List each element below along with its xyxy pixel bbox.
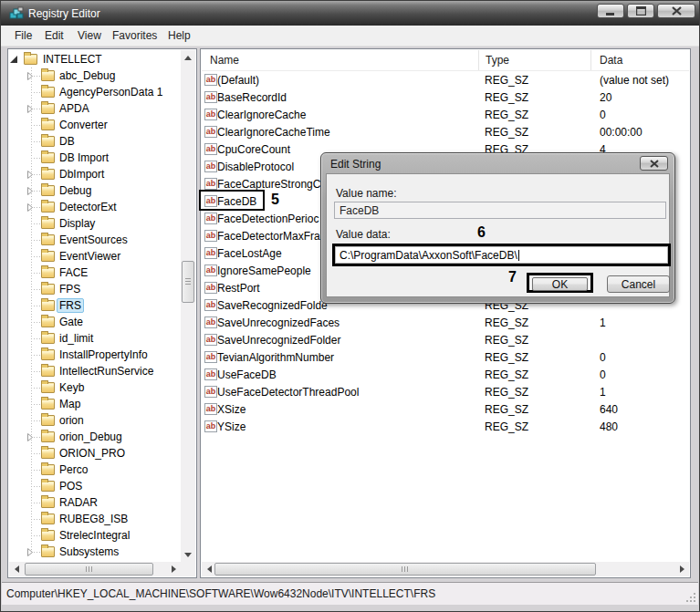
tree-item-db-import[interactable]: DB Import: [8, 150, 182, 166]
value-name-label: Value name:: [336, 187, 397, 200]
folder-icon: [41, 103, 55, 114]
tree-item-converter[interactable]: Converter: [8, 117, 182, 133]
menu-view[interactable]: View: [78, 29, 101, 42]
menu-file[interactable]: File: [15, 29, 32, 42]
tree-item-keyb[interactable]: Keyb: [8, 379, 182, 396]
value-row-saveunrecognizedfaces[interactable]: abSaveUnrecognizedFacesREG_SZ1: [202, 314, 689, 331]
tree-item-debug[interactable]: Debug: [8, 182, 182, 199]
value-row-tevianalgorithmnumber[interactable]: abTevianAlgorithmNumberREG_SZ0: [202, 348, 689, 366]
tree-item-db[interactable]: DB: [8, 133, 182, 150]
collapsed-arrow-icon[interactable]: [26, 202, 34, 213]
string-value-icon: ab: [204, 161, 217, 172]
value-row-clearignorecache[interactable]: abClearIgnoreCacheREG_SZ0: [202, 106, 689, 123]
tree-item-face[interactable]: FACE: [8, 265, 182, 281]
tree-item-orion-debug[interactable]: orion_Debug: [8, 429, 182, 445]
tree-item-installpropertyinfo[interactable]: InstallPropertyInfo: [8, 347, 182, 363]
string-value-icon: ab: [204, 368, 217, 380]
tree-vertical-scrollbar[interactable]: [181, 50, 195, 562]
folder-icon: [41, 119, 55, 130]
ok-button[interactable]: OK: [532, 277, 588, 291]
value-row-usefacedetectorthreadpool[interactable]: abUseFaceDetectorThreadPoolREG_SZ1: [202, 383, 689, 400]
value-row-ysize[interactable]: abYSizeREG_SZ480: [202, 418, 689, 435]
tree-item-frs[interactable]: FRS: [8, 297, 182, 314]
minimize-button[interactable]: [597, 4, 624, 18]
tree-item-orion[interactable]: orion: [8, 412, 182, 429]
scroll-left-button[interactable]: [9, 562, 24, 576]
tree-item-agencypersondata-1[interactable]: AgencyPersonData 1: [8, 84, 182, 100]
annotation-number-6: 6: [477, 224, 486, 241]
tree-item-dbimport[interactable]: DbImport: [8, 166, 182, 182]
list-header: Name Type Data: [202, 50, 689, 71]
maximize-button[interactable]: [627, 4, 654, 18]
resize-grip-icon[interactable]: [685, 592, 696, 603]
value-row--default-[interactable]: ab(Default)REG_SZ(value not set): [202, 71, 689, 88]
folder-icon: [41, 251, 55, 262]
dialog-title: Edit String: [330, 158, 381, 171]
string-value-icon: ab: [204, 109, 217, 120]
tree-horizontal-scrollbar[interactable]: [9, 562, 181, 576]
tree-item-apda[interactable]: APDA: [8, 100, 182, 117]
value-data-input[interactable]: C:\ProgramData\AxxonSoft\FaceDB\: [335, 246, 668, 264]
folder-icon: [41, 300, 55, 311]
scroll-right-button[interactable]: [674, 562, 689, 576]
value-row-clearignorecachetime[interactable]: abClearIgnoreCacheTimeREG_SZ00:00:00: [202, 123, 689, 140]
annotation-box-step5: [199, 190, 265, 211]
tree-item-strelecintegral[interactable]: StrelecIntegral: [8, 527, 182, 544]
column-header-data[interactable]: Data: [600, 54, 622, 67]
value-row-baserecordid[interactable]: abBaseRecordIdREG_SZ20: [202, 88, 689, 106]
list-hscroll-thumb[interactable]: [214, 563, 596, 576]
collapsed-arrow-icon[interactable]: [26, 71, 34, 81]
tree-item-intellectrunservice[interactable]: IntellectRunService: [8, 363, 182, 379]
collapsed-arrow-icon[interactable]: [26, 170, 34, 180]
folder-icon: [41, 399, 55, 410]
tree-item-radar[interactable]: RADAR: [8, 494, 182, 511]
scroll-up-button[interactable]: [181, 50, 195, 65]
menu-favorites[interactable]: Favorites: [112, 29, 157, 42]
scroll-down-button[interactable]: [181, 547, 195, 562]
menu-edit[interactable]: Edit: [45, 29, 64, 42]
tree-item-perco[interactable]: Perco: [8, 462, 182, 478]
tree-vscroll-thumb[interactable]: [182, 261, 194, 303]
tree-item-detectorext[interactable]: DetectorExt: [8, 199, 182, 215]
tree-item-display[interactable]: Display: [8, 215, 182, 232]
folder-icon: [41, 333, 55, 344]
menu-help[interactable]: Help: [168, 29, 191, 42]
minimize-icon: [606, 7, 615, 16]
close-button[interactable]: [657, 4, 695, 18]
collapsed-arrow-icon[interactable]: [26, 186, 34, 196]
collapsed-arrow-icon[interactable]: [26, 547, 34, 557]
tree-item-subsystems[interactable]: Subsystems: [8, 544, 182, 560]
scroll-right-button[interactable]: [166, 562, 181, 576]
cancel-button[interactable]: Cancel: [607, 275, 670, 293]
tree-item-map[interactable]: Map: [8, 396, 182, 412]
column-header-type[interactable]: Type: [486, 54, 509, 67]
string-value-icon: ab: [204, 178, 217, 190]
collapsed-arrow-icon[interactable]: [26, 104, 34, 114]
value-row-usefacedb[interactable]: abUseFaceDBREG_SZ0: [202, 366, 689, 383]
column-header-name[interactable]: Name: [210, 54, 239, 67]
dialog-close-button[interactable]: [640, 156, 668, 171]
tree-item-eventsources[interactable]: EventSources: [8, 232, 182, 248]
value-row-saveunrecognizedfolder[interactable]: abSaveUnrecognizedFolderREG_SZ: [202, 331, 689, 348]
value-row-xsize[interactable]: abXSizeREG_SZ640: [202, 400, 689, 418]
tree-item-intellect[interactable]: INTELLECT: [8, 51, 182, 67]
value-name-field: FaceDB: [334, 202, 666, 219]
tree-item-pos[interactable]: POS: [8, 478, 182, 494]
list-horizontal-scrollbar[interactable]: [202, 562, 689, 576]
folder-icon: [41, 234, 55, 245]
tree-hscroll-thumb[interactable]: [25, 563, 153, 576]
string-value-icon: ab: [204, 230, 217, 242]
dialog-body: Value name: FaceDB Value data: 6 C:\Prog…: [326, 173, 670, 297]
tree-item-id-limit[interactable]: id_limit: [8, 330, 182, 347]
tree-item-gate[interactable]: Gate: [8, 314, 182, 330]
tree-item-eventviewer[interactable]: EventViewer: [8, 248, 182, 265]
collapsed-arrow-icon[interactable]: [26, 432, 34, 442]
folder-icon: [41, 284, 55, 295]
string-value-icon: ab: [204, 386, 217, 398]
tree-item-fps[interactable]: FPS: [8, 281, 182, 297]
expanded-arrow-icon[interactable]: [10, 56, 17, 63]
folder-icon: [41, 169, 55, 180]
tree-item-orion-pro[interactable]: ORION_PRO: [8, 445, 182, 462]
tree-item-abc-debug[interactable]: abc_Debug: [8, 67, 182, 84]
tree-item-rubeg8-isb[interactable]: RUBEG8_ISB: [8, 511, 182, 527]
